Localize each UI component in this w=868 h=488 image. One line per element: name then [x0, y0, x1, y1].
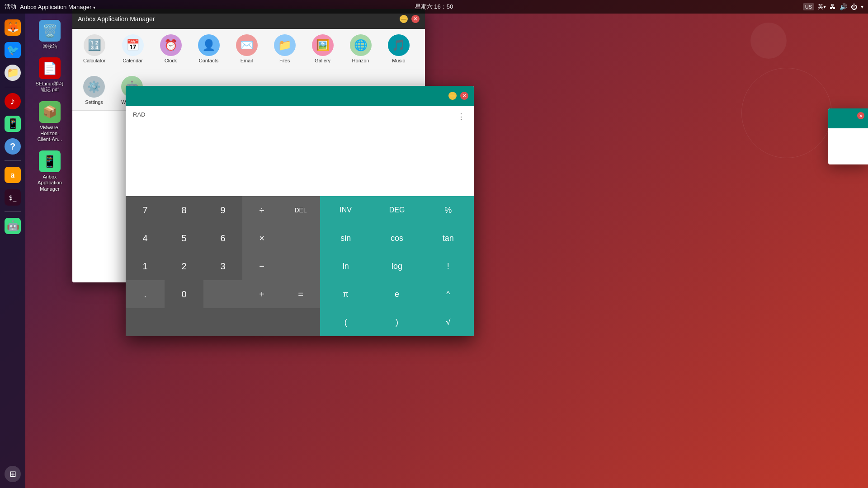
dock-item-firefox[interactable]: 🦊: [2, 17, 23, 38]
app-calculator[interactable]: 🔢 Calculator: [80, 33, 109, 65]
calendar-app-icon: 📅: [126, 39, 140, 52]
anbox-window-controls: — ✕: [400, 15, 420, 23]
calc-btn-0[interactable]: 0: [165, 280, 203, 308]
language-indicator[interactable]: 英▾: [818, 3, 826, 11]
dock-item-amazon[interactable]: a: [2, 164, 23, 185]
calc-btn-percent[interactable]: %: [423, 196, 474, 224]
calc-btn-9[interactable]: 9: [203, 196, 242, 224]
calc-btn-multiply[interactable]: ×: [242, 224, 281, 252]
calc-btn-2[interactable]: 2: [165, 252, 203, 280]
anbox-minimize-btn[interactable]: —: [400, 15, 408, 23]
locale-indicator[interactable]: US: [803, 3, 814, 10]
calc-btn-factorial[interactable]: !: [423, 252, 474, 280]
app-settings[interactable]: ⚙️ Settings: [80, 74, 108, 107]
vmware-icon: 📦: [42, 105, 57, 119]
dock-item-help[interactable]: ?: [2, 136, 23, 157]
calc-btn-sqrt[interactable]: √: [423, 308, 474, 336]
app-files[interactable]: 📁 Files: [270, 33, 299, 65]
dock-grid-btn[interactable]: ⊞: [2, 464, 23, 484]
system-tray: US 英▾ 🖧 🔊 ⏻ ▾: [803, 3, 863, 11]
app-calendar[interactable]: 📅 Calendar: [118, 33, 147, 65]
app-indicator[interactable]: Anbox Application Manager ▾: [20, 4, 95, 10]
pdf-icon: 📄: [42, 61, 57, 75]
activities-label[interactable]: 活动: [5, 3, 16, 11]
app-contacts[interactable]: 👤 Contacts: [194, 33, 223, 65]
help-icon: ?: [10, 141, 15, 152]
calc-btn-4[interactable]: 4: [126, 224, 165, 252]
app-email[interactable]: ✉️ Email: [232, 33, 261, 65]
calc-btn-equals[interactable]: =: [281, 280, 320, 308]
dock-item-anbox2[interactable]: 🤖: [2, 216, 23, 236]
calc-btn-6[interactable]: 6: [203, 224, 242, 252]
dock-item-thunderbird[interactable]: 🐦: [2, 40, 23, 61]
calc-btn-subtract[interactable]: −: [242, 252, 281, 280]
calc-btn-e[interactable]: e: [371, 280, 422, 308]
calc-btn-close-paren[interactable]: ): [371, 308, 422, 336]
calc-menu-btn[interactable]: ⋮: [454, 109, 468, 124]
horizon-app-label: Horizon: [352, 58, 369, 63]
calc-btn-3[interactable]: 3: [203, 252, 242, 280]
calc-btn-power[interactable]: ^: [423, 280, 474, 308]
dock-item-files[interactable]: 📁: [2, 62, 23, 83]
calc-minimize-btn[interactable]: —: [448, 92, 457, 100]
app-music[interactable]: 🎵 Music: [384, 33, 413, 65]
calc-btn-ln[interactable]: ln: [320, 252, 371, 280]
firefox-icon: 🦊: [7, 22, 19, 33]
amazon-icon: a: [11, 170, 15, 180]
datetime: 星期六 16：50: [415, 3, 453, 11]
dock-item-terminal[interactable]: $_: [2, 187, 23, 208]
clock-app-icon: ⏰: [164, 39, 178, 52]
calc-display-value: [133, 118, 467, 190]
tray-arrow[interactable]: ▾: [861, 4, 863, 10]
dock-item-rhythmbox[interactable]: ♪: [2, 91, 23, 112]
overlay-close-btn[interactable]: ✕: [857, 112, 864, 119]
dock-separator: [5, 87, 21, 87]
desktop-icon-anbox-app[interactable]: 📱 Anbox Application Manager: [32, 149, 68, 194]
trash-icon: 🗑️: [42, 23, 58, 38]
calc-btn-cos[interactable]: cos: [371, 224, 422, 252]
app-clock[interactable]: ⏰ Clock: [156, 33, 185, 65]
calc-btn-deg[interactable]: DEG: [371, 196, 422, 224]
settings-app-icon: ⚙️: [87, 80, 101, 93]
calc-btn-divide[interactable]: ÷: [242, 196, 281, 224]
calculator-app-label: Calculator: [83, 58, 106, 63]
desktop-icon-pdf[interactable]: 📄 SELinux学习笔记.pdf: [32, 56, 68, 94]
calc-close-btn[interactable]: ✕: [460, 92, 468, 100]
app-gallery[interactable]: 🖼️ Gallery: [308, 33, 337, 65]
calc-btn-8[interactable]: 8: [165, 196, 203, 224]
app-horizon[interactable]: 🌐 Horizon: [346, 33, 375, 65]
calc-btn-pi[interactable]: π: [320, 280, 371, 308]
desktop-icon-vmware[interactable]: 📦 VMware-Horizon-Client-An...: [32, 99, 68, 145]
gallery-app-label: Gallery: [315, 58, 330, 63]
anbox-close-btn[interactable]: ✕: [411, 15, 420, 23]
calc-btn-del[interactable]: DEL: [281, 196, 320, 224]
calc-btn-log[interactable]: log: [371, 252, 422, 280]
calendar-app-label: Calendar: [123, 58, 143, 63]
calc-btn-5[interactable]: 5: [165, 224, 203, 252]
contacts-app-icon: 👤: [202, 39, 216, 52]
desktop-icon-trash[interactable]: 🗑️ 回收站: [32, 18, 68, 51]
anbox2-icon: 🤖: [7, 220, 19, 232]
music-app-label: Music: [392, 58, 405, 63]
settings-app-label: Settings: [85, 99, 103, 105]
dock-item-anbox[interactable]: 📱: [2, 113, 23, 134]
overlay-window: ✕: [828, 108, 868, 164]
calc-btn-open-paren[interactable]: (: [320, 308, 371, 336]
email-app-label: Email: [241, 58, 253, 63]
calc-btn-sin[interactable]: sin: [320, 224, 371, 252]
calc-btn-tan[interactable]: tan: [423, 224, 474, 252]
trash-label: 回收站: [42, 43, 57, 49]
anbox-window-title: Anbox Application Manager: [78, 15, 155, 23]
calc-btn-add[interactable]: +: [242, 280, 281, 308]
power-icon[interactable]: ⏻: [851, 3, 857, 10]
calc-btn-1[interactable]: 1: [126, 252, 165, 280]
files-app-label: Files: [279, 58, 290, 63]
dock: 🦊 🐦 📁 ♪ 📱 ? a $_: [0, 14, 25, 488]
calc-btn-empty-2: [281, 252, 320, 280]
network-icon: 🖧: [830, 3, 836, 10]
calc-btn-7[interactable]: 7: [126, 196, 165, 224]
volume-icon[interactable]: 🔊: [840, 3, 847, 10]
calc-btn-inv[interactable]: INV: [320, 196, 371, 224]
vmware-label: VMware-Horizon-Client-An...: [33, 125, 66, 143]
calc-btn-dot[interactable]: .: [126, 280, 165, 308]
